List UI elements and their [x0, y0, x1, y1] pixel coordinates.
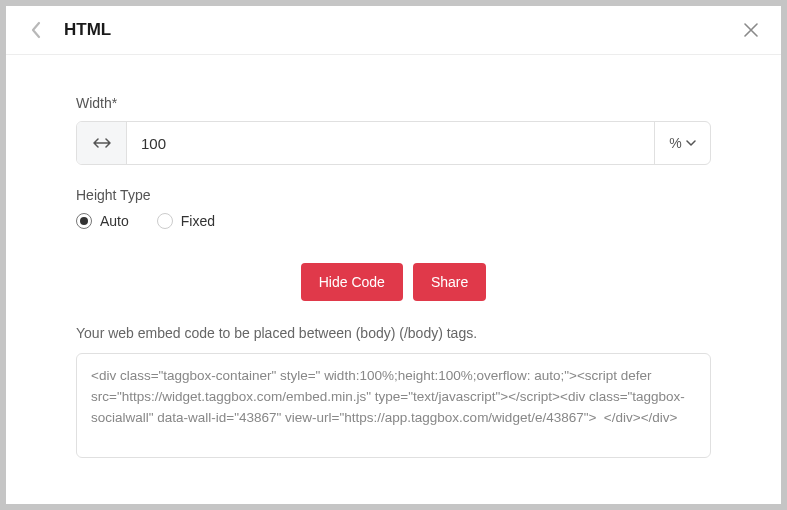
arrows-horizontal-icon — [93, 137, 111, 149]
modal-container: HTML Width* % Height Type — [6, 6, 781, 504]
embed-description: Your web embed code to be placed between… — [76, 325, 711, 341]
width-prefix — [77, 122, 127, 164]
width-input[interactable] — [127, 122, 654, 164]
radio-auto-label: Auto — [100, 213, 129, 229]
chevron-left-icon — [30, 21, 42, 39]
width-input-group: % — [76, 121, 711, 165]
embed-code-textarea[interactable] — [76, 353, 711, 458]
radio-fixed-label: Fixed — [181, 213, 215, 229]
modal-content: Width* % Height Type Auto — [6, 55, 781, 504]
width-label: Width* — [76, 95, 711, 111]
back-button[interactable] — [26, 20, 46, 40]
height-type-label: Height Type — [76, 187, 711, 203]
radio-fixed[interactable]: Fixed — [157, 213, 215, 229]
chevron-down-icon — [686, 140, 696, 146]
action-buttons: Hide Code Share — [76, 263, 711, 301]
share-button[interactable]: Share — [413, 263, 486, 301]
radio-auto[interactable]: Auto — [76, 213, 129, 229]
modal-header: HTML — [6, 6, 781, 55]
modal-title: HTML — [64, 20, 723, 40]
close-icon — [744, 23, 758, 37]
radio-auto-circle — [76, 213, 92, 229]
radio-auto-dot — [80, 217, 88, 225]
width-unit-label: % — [669, 135, 681, 151]
close-button[interactable] — [741, 20, 761, 40]
hide-code-button[interactable]: Hide Code — [301, 263, 403, 301]
height-type-radio-group: Auto Fixed — [76, 213, 711, 229]
width-unit-select[interactable]: % — [654, 122, 710, 164]
radio-fixed-circle — [157, 213, 173, 229]
